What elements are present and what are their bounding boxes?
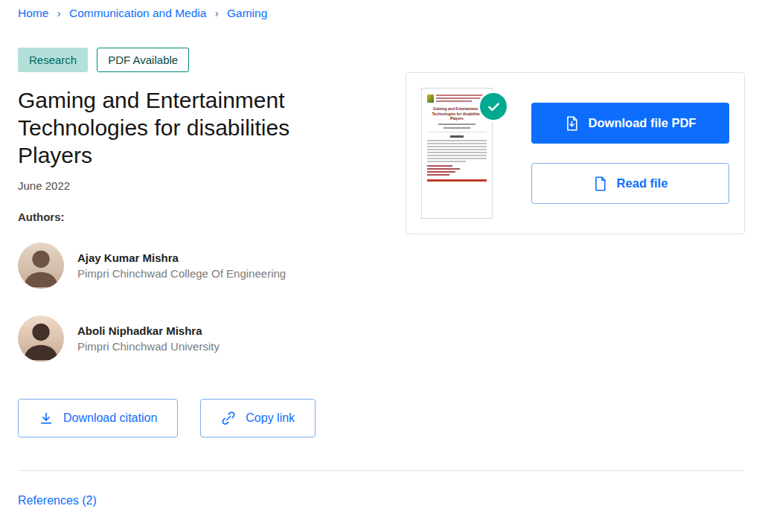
file-buttons: Download file PDF Read file [531, 88, 729, 219]
breadcrumb-gaming[interactable]: Gaming [227, 7, 267, 19]
author-row: Aboli Niphadkar Mishra Pimpri Chinchwad … [18, 315, 401, 362]
file-card: Gaming and Entertainment Technologies fo… [406, 72, 745, 234]
breadcrumb-communication-and-media[interactable]: Communication and Media [69, 7, 206, 19]
divider [18, 470, 744, 471]
thumb-footer-band [427, 179, 487, 182]
download-file-pdf-label: Download file PDF [589, 116, 697, 130]
pdf-available-badge: PDF Available [97, 48, 189, 72]
action-row: Download citation Copy link [18, 399, 401, 438]
author-info: Ajay Kumar Mishra Pimpri Chinchwad Colle… [77, 251, 286, 280]
author-affiliation: Pimpri Chinchwad College Of Engineering [77, 267, 286, 280]
copy-link-label: Copy link [246, 411, 295, 425]
file-download-icon [565, 115, 579, 132]
read-file-button[interactable]: Read file [531, 163, 729, 204]
thumb-list-lines [427, 165, 487, 176]
author-name[interactable]: Aboli Niphadkar Mishra [77, 324, 220, 337]
avatar[interactable] [18, 315, 64, 362]
authors-label: Authors: [18, 211, 401, 223]
research-badge: Research [18, 48, 88, 72]
pdf-thumbnail-wrap: Gaming and Entertainment Technologies fo… [421, 88, 493, 219]
publication-main: Research PDF Available Gaming and Entert… [18, 48, 401, 438]
file-icon [593, 176, 607, 192]
author-info: Aboli Niphadkar Mishra Pimpri Chinchwad … [77, 324, 220, 353]
read-file-label: Read file [617, 176, 668, 190]
breadcrumb: Home › Communication and Media › Gaming [18, 7, 267, 20]
check-badge [478, 91, 509, 122]
author-row: Ajay Kumar Mishra Pimpri Chinchwad Colle… [18, 243, 401, 289]
thumb-author-line [438, 124, 476, 125]
publication-page: Home › Communication and Media › Gaming … [0, 0, 762, 532]
download-file-pdf-button[interactable]: Download file PDF [531, 103, 729, 144]
person-silhouette-icon [18, 243, 64, 289]
check-icon [486, 99, 502, 115]
thumb-rule [427, 132, 487, 132]
references-link[interactable]: References (2) [18, 494, 97, 507]
download-tray-icon [39, 411, 54, 426]
link-icon [221, 411, 236, 426]
author-affiliation: Pimpri Chinchwad University [77, 340, 220, 353]
thumb-author-line [444, 127, 471, 129]
chevron-right-icon: › [215, 7, 219, 19]
chevron-right-icon: › [57, 7, 61, 19]
author-name[interactable]: Ajay Kumar Mishra [77, 251, 286, 264]
thumb-abstract-heading [450, 135, 464, 138]
page-title: Gaming and Entertainment Technologies fo… [18, 87, 345, 170]
thumb-body-lines [427, 140, 487, 162]
person-silhouette-icon [18, 315, 64, 362]
download-citation-button[interactable]: Download citation [18, 399, 178, 438]
avatar[interactable] [18, 243, 64, 289]
thumb-logo [427, 94, 434, 103]
download-citation-label: Download citation [63, 411, 157, 425]
publication-date: June 2022 [18, 179, 401, 192]
breadcrumb-home[interactable]: Home [18, 7, 48, 19]
copy-link-button[interactable]: Copy link [200, 399, 316, 438]
badge-row: Research PDF Available [18, 48, 401, 72]
